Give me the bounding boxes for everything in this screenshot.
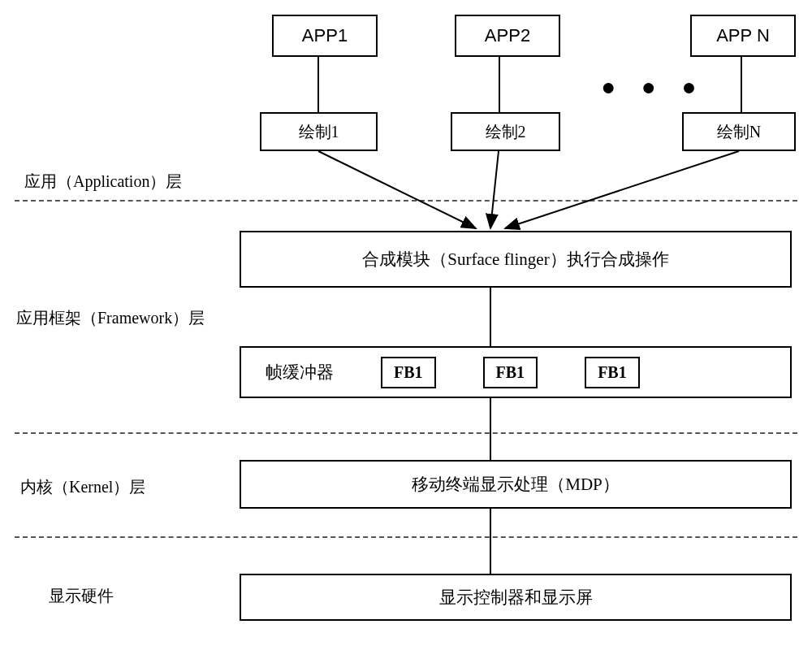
draw2-label: 绘制2 bbox=[486, 121, 526, 143]
connector-fb-mdp bbox=[490, 398, 491, 460]
compositor-box: 合成模块（Surface flinger）执行合成操作 bbox=[240, 231, 792, 288]
fb3-box: FB1 bbox=[585, 357, 640, 388]
app1-box: APP1 bbox=[272, 15, 378, 57]
layer-label-kernel: 内核（Kernel）层 bbox=[20, 476, 145, 498]
layer-label-application: 应用（Application）层 bbox=[24, 171, 182, 193]
connector-comp-fb bbox=[490, 288, 491, 346]
dashed-line-2 bbox=[15, 432, 797, 434]
drawn-label: 绘制N bbox=[717, 121, 761, 143]
draw2-box: 绘制2 bbox=[451, 112, 560, 151]
framebuffer-label: 帧缓冲器 bbox=[266, 361, 334, 384]
layer-label-hardware: 显示硬件 bbox=[49, 585, 114, 607]
arrow-draw1-compositor bbox=[318, 151, 476, 228]
app1-label: APP1 bbox=[302, 25, 348, 46]
mdp-box: 移动终端显示处理（MDP） bbox=[240, 460, 792, 509]
arrow-drawn-compositor bbox=[505, 151, 739, 228]
appn-label: APP N bbox=[716, 25, 770, 46]
dashed-line-3 bbox=[15, 536, 797, 538]
display-label: 显示控制器和显示屏 bbox=[439, 586, 593, 609]
appn-box: APP N bbox=[690, 15, 796, 57]
arrow-draw2-compositor bbox=[490, 151, 499, 228]
display-box: 显示控制器和显示屏 bbox=[240, 574, 792, 621]
drawn-box: 绘制N bbox=[682, 112, 796, 151]
connector-app1-draw1 bbox=[317, 57, 319, 112]
dashed-line-1 bbox=[15, 200, 797, 202]
framebuffer-box: 帧缓冲器 FB1 FB1 FB1 bbox=[240, 346, 792, 398]
app2-box: APP2 bbox=[455, 15, 560, 57]
fb2-box: FB1 bbox=[483, 357, 538, 388]
connector-mdp-display bbox=[490, 509, 491, 574]
mdp-label: 移动终端显示处理（MDP） bbox=[412, 473, 620, 496]
compositor-label: 合成模块（Surface flinger）执行合成操作 bbox=[362, 248, 668, 271]
draw1-label: 绘制1 bbox=[299, 121, 339, 143]
draw1-box: 绘制1 bbox=[260, 112, 378, 151]
connector-app2-draw2 bbox=[499, 57, 500, 112]
ellipsis-dots: ● ● ● bbox=[601, 73, 706, 101]
app2-label: APP2 bbox=[485, 25, 530, 46]
fb1-box: FB1 bbox=[381, 357, 436, 388]
layer-label-framework: 应用框架（Framework）层 bbox=[16, 307, 205, 329]
connector-appn-drawn bbox=[741, 57, 742, 112]
